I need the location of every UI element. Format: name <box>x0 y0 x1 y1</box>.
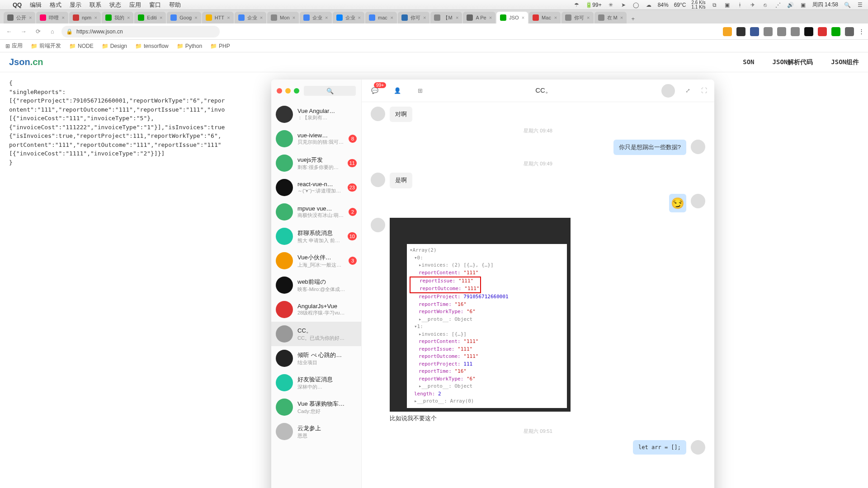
bookmark-folder[interactable]: 📁Design <box>102 43 127 49</box>
browser-tab[interactable]: 哔哩× <box>36 12 68 23</box>
ext-icon-10[interactable] <box>845 27 854 36</box>
apps-button[interactable]: ⊞应用 <box>5 42 23 50</box>
kebab-icon[interactable]: ⋮ <box>859 28 864 35</box>
umbrella-icon[interactable]: ☂ <box>573 1 580 9</box>
menu-help[interactable]: 帮助 <box>169 1 181 9</box>
contact-item[interactable]: 倾听 べ 心跳的…结业项目 <box>271 346 361 371</box>
contact-item[interactable]: AngularJs+Vue28级程序猿-学习vu… <box>271 297 361 322</box>
menu-status[interactable]: 状态 <box>109 1 121 9</box>
avatar[interactable] <box>371 173 385 187</box>
search-icon[interactable]: 🔍 <box>844 1 851 9</box>
json-editor[interactable]: { "singleReports": [{"reportProject":791… <box>0 72 271 173</box>
browser-tab[interactable]: 我的× <box>102 12 133 23</box>
contact-item[interactable]: web前端の映客-Miro:@全体成… <box>271 273 361 297</box>
ext-icon-5[interactable] <box>777 27 786 36</box>
screenshot-icon[interactable]: ⛶ <box>701 87 707 94</box>
clock[interactable]: 周四 14:58 <box>812 1 838 9</box>
browser-tab[interactable]: HTT× <box>202 12 234 23</box>
messages-icon[interactable]: 💬99+ <box>369 85 381 97</box>
menu-window[interactable]: 窗口 <box>149 1 161 9</box>
ext-icon-6[interactable] <box>791 27 800 36</box>
bookmark-folder[interactable]: 📁前端开发 <box>31 42 61 50</box>
new-tab-button[interactable]: + <box>627 14 638 23</box>
volume-icon[interactable]: 🔊 <box>787 1 794 9</box>
avatar[interactable] <box>371 107 385 121</box>
ext-icon-4[interactable] <box>764 27 773 36</box>
window-traffic-lights[interactable] <box>277 88 299 94</box>
browser-tab[interactable]: 企业× <box>333 12 364 23</box>
back-button[interactable]: ← <box>4 26 14 37</box>
ext-icon-9[interactable] <box>831 27 840 36</box>
home-button[interactable]: ⌂ <box>47 26 58 37</box>
contact-item[interactable]: Vue Angular…：【泉则有… <box>271 102 361 127</box>
menu-contact[interactable]: 联系 <box>90 1 101 9</box>
contact-list[interactable]: Vue Angular…：【泉则有…vue-iview…贝克尔街的猫:我可…8v… <box>271 102 361 488</box>
avatar[interactable] <box>691 140 705 154</box>
ext-icon-8[interactable] <box>818 27 827 36</box>
contact-item[interactable]: react-vue-n…～(˘▾˘)~:讲道理加…23 <box>271 175 361 200</box>
url-input[interactable]: 🔒 https://www.json.cn <box>61 26 220 38</box>
nav-link[interactable]: JSON组件 <box>831 58 859 66</box>
qq-search-input[interactable]: 🔍 <box>304 86 356 96</box>
close-icon[interactable] <box>277 88 282 94</box>
chat-scroll[interactable]: 对啊 星期六 09:48 你只是想踢出一些数据? 星期六 09:49 是啊 😏 <box>362 102 714 488</box>
paperplane-icon[interactable]: ➤ <box>620 1 627 9</box>
lan-icon[interactable]: ⎋ <box>762 1 769 9</box>
browser-tab[interactable]: Goog× <box>167 12 201 23</box>
menu-edit[interactable]: 编辑 <box>30 1 42 9</box>
browser-tab[interactable]: 在 M× <box>594 12 627 23</box>
image-bubble[interactable]: ▾Array(2) ▾0: ▸invoices: (2) [{…}, {…}] … <box>390 218 571 412</box>
bookmark-folder[interactable]: 📁PHP <box>210 43 230 49</box>
menu-format[interactable]: 格式 <box>50 1 61 9</box>
plane-icon[interactable]: ✈ <box>749 1 756 9</box>
contact-item[interactable]: 云龙参上恩恩 <box>271 419 361 444</box>
contact-item[interactable]: 群聊系统消息熊大 申请加入 前…10 <box>271 224 361 249</box>
circle-icon[interactable]: ◯ <box>632 1 640 9</box>
avatar[interactable] <box>691 440 705 455</box>
minimize-icon[interactable] <box>285 88 291 94</box>
browser-tab[interactable]: Mon× <box>267 12 299 23</box>
contact-item[interactable]: vue-iview…贝克尔街的猫:我可…8 <box>271 127 361 151</box>
contact-item[interactable]: mpvue vue…南极快没有冰山:萌…2 <box>271 200 361 224</box>
contacts-icon[interactable]: 👤 <box>392 85 403 97</box>
browser-tab[interactable]: 企业× <box>235 12 266 23</box>
wifi-icon[interactable]: ⋰ <box>774 1 782 9</box>
contact-item[interactable]: Vue 慕课购物车…Cady:您好 <box>271 395 361 419</box>
avatar[interactable] <box>371 218 385 232</box>
browser-tab[interactable]: 你可× <box>561 12 593 23</box>
cast-icon[interactable]: ▣ <box>724 1 731 9</box>
bookmark-folder[interactable]: 📁tensorflow <box>135 43 169 49</box>
browser-tab[interactable]: 企业× <box>300 12 331 23</box>
app-name[interactable]: QQ <box>13 1 22 8</box>
browser-tab[interactable]: 公开× <box>4 12 35 23</box>
cloud-icon[interactable]: ☁ <box>645 1 652 9</box>
menu-view[interactable]: 显示 <box>70 1 81 9</box>
site-logo[interactable]: Json.cn <box>9 57 43 67</box>
ext-icon-1[interactable] <box>723 27 732 36</box>
browser-tab[interactable]: JSO× <box>496 12 528 23</box>
calendar-icon[interactable]: ▣ <box>800 1 807 9</box>
bookmark-folder[interactable]: 📁NODE <box>69 43 94 49</box>
reload-button[interactable]: ⟳ <box>33 26 43 37</box>
contact-item[interactable]: CC。CC。已成为你的好… <box>271 322 361 346</box>
apps-icon[interactable]: ⊞ <box>414 85 426 97</box>
bluetooth-icon[interactable]: ᚼ <box>736 1 744 9</box>
expand-icon[interactable]: ⤢ <box>682 85 694 97</box>
self-avatar[interactable] <box>661 84 675 98</box>
browser-tab[interactable]: Editi× <box>134 12 166 23</box>
ext-icon-7[interactable] <box>804 27 813 36</box>
maximize-icon[interactable] <box>294 88 299 94</box>
contact-item[interactable]: 好友验证消息深林中的… <box>271 371 361 395</box>
dropbox-icon[interactable]: ⧉ <box>711 1 718 9</box>
avatar[interactable] <box>691 194 705 208</box>
nav-link[interactable]: SON <box>743 58 754 66</box>
fan-icon[interactable]: ✳ <box>607 1 614 9</box>
browser-tab[interactable]: npm× <box>69 12 101 23</box>
contact-item[interactable]: vuejs开发刺客:很多你要的福…11 <box>271 151 361 175</box>
browser-tab[interactable]: 【M× <box>430 12 462 23</box>
menu-app[interactable]: 应用 <box>129 1 141 9</box>
browser-tab[interactable]: 你可× <box>398 12 429 23</box>
menu-icon[interactable]: ☰ <box>856 1 863 9</box>
browser-tab[interactable]: Mac× <box>529 12 561 23</box>
ext-icon-2[interactable] <box>736 27 745 36</box>
